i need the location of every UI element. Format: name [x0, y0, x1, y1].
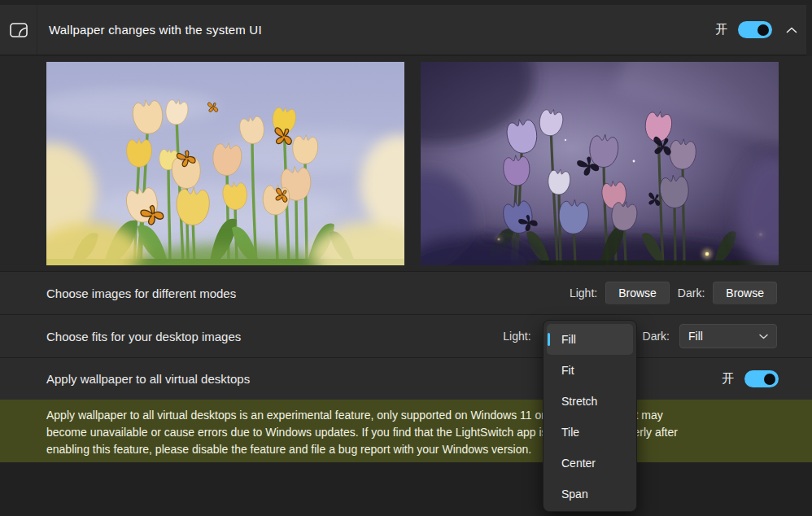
dark-fit-value: Fill	[688, 330, 703, 343]
virtual-desktops-toggle[interactable]	[744, 370, 779, 387]
section-header[interactable]: Wallpaper changes with the system UI 开	[0, 5, 812, 55]
dark-mode-label: Dark:	[678, 286, 705, 300]
fit-dropdown-menu: Fill Fit Stretch Tile Center Span	[543, 320, 637, 512]
section-title: Wallpaper changes with the system UI	[49, 23, 262, 37]
dark-wallpaper-image	[421, 62, 779, 265]
fit-option-center[interactable]: Center	[547, 448, 633, 479]
dark-browse-button[interactable]: Browse	[713, 282, 777, 304]
fit-option-fit[interactable]: Fit	[547, 355, 633, 386]
wallpaper-settings-panel: Wallpaper changes with the system UI 开	[0, 0, 812, 516]
window-edge	[806, 5, 812, 61]
dark-fit-label: Dark:	[643, 330, 670, 343]
chevron-down-icon	[759, 334, 768, 339]
previews-area	[0, 56, 812, 271]
light-browse-button[interactable]: Browse	[605, 282, 670, 304]
wallpaper-changes-toggle[interactable]	[738, 21, 772, 38]
row-virtual-desktops: Apply wallpaper to all virtual desktops …	[0, 357, 812, 400]
light-fit-label: Light:	[503, 330, 530, 343]
virtual-desktops-label: Apply wallpaper to all virtual desktops	[46, 372, 250, 386]
bottom-area	[0, 462, 812, 516]
desktops-toggle-state-label: 开	[722, 371, 734, 387]
row-choose-fits: Choose fits for your desktop images Ligh…	[0, 314, 812, 357]
collapse-section-button[interactable]	[783, 21, 801, 39]
toggle-knob	[757, 24, 769, 36]
light-mode-label: Light:	[570, 286, 597, 300]
choose-images-label: Choose images for different modes	[46, 286, 236, 300]
fit-option-span[interactable]: Span	[547, 479, 633, 509]
dark-mode-wallpaper-preview[interactable]	[421, 62, 779, 265]
choose-fits-label: Choose fits for your desktop images	[46, 330, 241, 343]
light-wallpaper-image	[46, 62, 404, 265]
toggle-knob	[764, 374, 775, 385]
chevron-up-icon	[786, 27, 797, 33]
row-choose-images: Choose images for different modes Light:…	[0, 271, 812, 314]
header-toggle-state-label: 开	[715, 22, 727, 37]
fit-option-tile[interactable]: Tile	[547, 417, 633, 448]
wallpaper-icon	[0, 5, 37, 55]
light-mode-wallpaper-preview[interactable]	[46, 62, 404, 265]
warning-line-2: become unavailable or cause errors due t…	[46, 424, 755, 441]
fit-option-fill[interactable]: Fill	[547, 324, 633, 355]
warning-line-3: enabling this feature, please disable th…	[46, 441, 755, 458]
dark-fit-combobox[interactable]: Fill	[679, 324, 777, 348]
fit-option-stretch[interactable]: Stretch	[547, 386, 633, 417]
warning-line-1: Apply wallpaper to all virtual desktops …	[46, 407, 755, 424]
experimental-feature-warning: Apply wallpaper to all virtual desktops …	[0, 400, 812, 462]
